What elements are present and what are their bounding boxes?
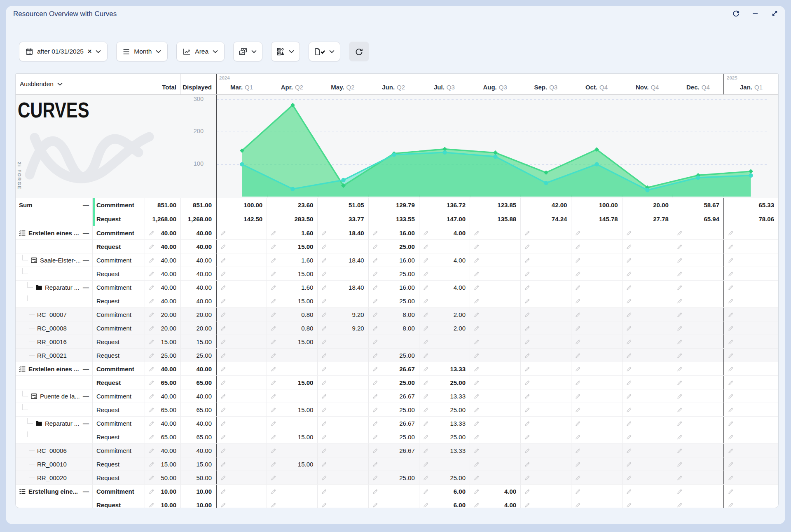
edit-pencil-icon[interactable] [148,257,154,263]
total-cell[interactable]: 40.00 [145,267,180,280]
month-value-cell[interactable]: 4.00 [470,485,520,498]
edit-pencil-icon[interactable] [728,352,734,359]
month-value-cell[interactable] [673,471,723,484]
edit-pencil-icon[interactable] [270,271,276,277]
month-value-cell[interactable] [622,403,673,416]
edit-pencil-icon[interactable] [423,488,429,495]
month-value-cell[interactable] [622,321,673,335]
month-value-cell[interactable] [673,335,723,348]
edit-pencil-icon[interactable] [220,461,226,467]
edit-pencil-icon[interactable] [270,230,276,236]
month-value-cell[interactable] [723,444,778,457]
month-value-cell[interactable]: 1.60 [267,281,317,294]
edit-pencil-icon[interactable] [220,380,226,386]
month-value-cell[interactable] [622,335,673,348]
month-value-cell[interactable] [216,457,267,471]
month-value-cell[interactable] [673,240,723,253]
month-value-cell[interactable] [317,403,368,416]
month-value-cell[interactable] [317,498,368,508]
month-value-cell[interactable]: 15.00 [267,335,317,348]
month-value-cell[interactable] [470,430,520,443]
edit-pencil-icon[interactable] [148,461,154,467]
month-value-cell[interactable]: 1.60 [267,253,317,267]
edit-pencil-icon[interactable] [321,407,327,413]
month-value-cell[interactable] [673,457,723,471]
edit-pencil-icon[interactable] [524,230,530,236]
edit-pencil-icon[interactable] [423,325,429,331]
edit-pencil-icon[interactable] [626,298,632,304]
edit-pencil-icon[interactable] [372,502,378,508]
month-value-cell[interactable] [419,240,470,253]
edit-pencil-icon[interactable] [321,325,327,331]
month-value-cell[interactable]: 13.33 [419,444,470,457]
edit-pencil-icon[interactable] [321,257,327,263]
month-value-cell[interactable] [723,498,778,508]
month-value-cell[interactable] [571,444,622,457]
month-value-cell[interactable] [470,308,520,321]
edit-pencil-icon[interactable] [626,366,632,372]
month-value-cell[interactable]: 2.00 [419,321,470,335]
edit-pencil-icon[interactable] [728,488,734,495]
month-value-cell[interactable] [723,349,778,362]
edit-pencil-icon[interactable] [676,257,683,263]
edit-pencil-icon[interactable] [220,230,226,236]
month-value-cell[interactable] [723,267,778,280]
edit-pencil-icon[interactable] [524,366,530,372]
month-value-cell[interactable]: 25.00 [419,471,470,484]
month-value-cell[interactable] [571,376,622,389]
edit-pencil-icon[interactable] [575,312,581,318]
month-value-cell[interactable] [520,389,571,403]
edit-pencil-icon[interactable] [372,325,378,331]
edit-pencil-icon[interactable] [676,312,683,318]
edit-pencil-icon[interactable] [220,407,226,413]
edit-pencil-icon[interactable] [473,475,480,481]
month-value-cell[interactable] [216,321,267,335]
month-value-cell[interactable] [571,226,622,239]
edit-pencil-icon[interactable] [321,434,327,440]
edit-pencil-icon[interactable] [220,420,226,427]
month-value-cell[interactable]: 25.00 [368,267,419,280]
collapse-row-button[interactable]: — [83,284,89,291]
month-value-cell[interactable]: 25.00 [368,349,419,362]
edit-pencil-icon[interactable] [423,271,429,277]
month-value-cell[interactable]: 16.00 [368,281,419,294]
edit-pencil-icon[interactable] [728,298,734,304]
edit-pencil-icon[interactable] [423,380,429,386]
month-value-cell[interactable] [622,267,673,280]
total-cell[interactable]: 40.00 [145,240,180,253]
month-value-cell[interactable] [216,362,267,375]
edit-pencil-icon[interactable] [220,448,226,454]
edit-pencil-icon[interactable] [372,257,378,263]
edit-pencil-icon[interactable] [524,448,530,454]
month-value-cell[interactable] [673,362,723,375]
edit-pencil-icon[interactable] [148,434,154,440]
edit-pencil-icon[interactable] [220,298,226,304]
edit-pencil-icon[interactable] [575,352,581,359]
edit-pencil-icon[interactable] [220,502,226,508]
month-value-cell[interactable]: 8.00 [368,308,419,321]
total-cell[interactable]: 50.00 [145,471,180,484]
edit-pencil-icon[interactable] [220,393,226,399]
month-value-cell[interactable]: 25.00 [368,294,419,307]
edit-pencil-icon[interactable] [473,393,480,399]
month-value-cell[interactable] [520,457,571,471]
total-cell[interactable]: 40.00 [145,226,180,239]
edit-pencil-icon[interactable] [270,434,276,440]
edit-pencil-icon[interactable] [626,434,632,440]
edit-pencil-icon[interactable] [148,407,154,413]
month-value-cell[interactable] [520,308,571,321]
month-value-cell[interactable] [267,417,317,430]
edit-pencil-icon[interactable] [524,420,530,427]
edit-pencil-icon[interactable] [220,352,226,359]
month-value-cell[interactable] [520,321,571,335]
month-value-cell[interactable] [520,253,571,267]
edit-pencil-icon[interactable] [321,339,327,345]
month-value-cell[interactable] [622,240,673,253]
edit-pencil-icon[interactable] [676,325,683,331]
edit-pencil-icon[interactable] [524,271,530,277]
collapse-row-button[interactable]: — [83,366,89,373]
month-value-cell[interactable] [216,403,267,416]
month-value-cell[interactable] [520,362,571,375]
edit-pencil-icon[interactable] [728,407,734,413]
refresh-window-icon[interactable] [732,9,740,17]
